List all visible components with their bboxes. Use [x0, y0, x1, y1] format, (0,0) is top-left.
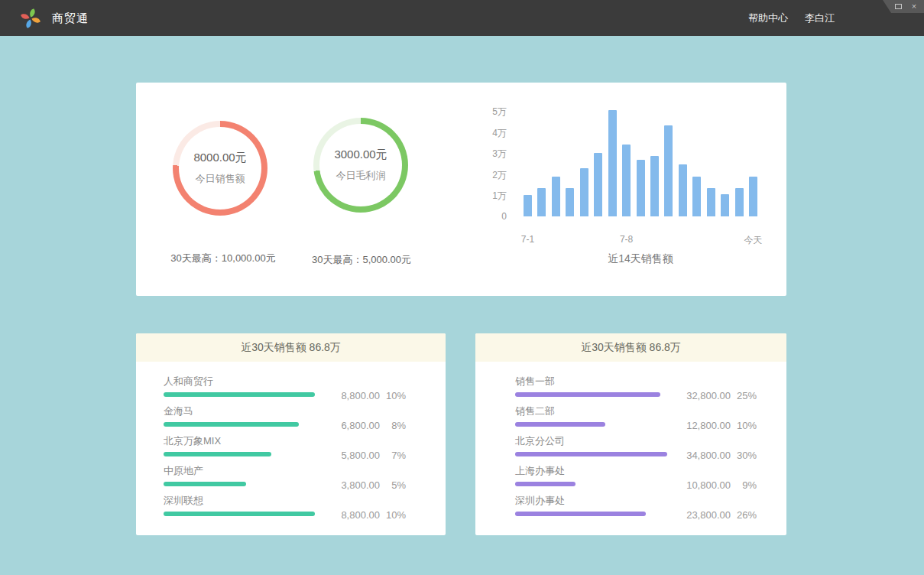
today-profit-donut-chart: 3000.00元 今日毛利润	[313, 118, 408, 213]
x-tick-label: 今天	[744, 234, 762, 247]
bar	[622, 145, 631, 216]
bar	[707, 188, 715, 216]
bar	[721, 194, 729, 216]
bar	[524, 195, 532, 216]
rank-item-name: 中原地产	[164, 466, 446, 476]
y-axis-labels: 5万4万3万2万1万0	[476, 106, 507, 228]
rank-item-percent: 10%	[380, 509, 406, 521]
rank-item-amount: 12,800.00	[680, 420, 731, 431]
bar	[679, 164, 687, 216]
rank-item-percent: 10%	[380, 390, 406, 401]
x-axis-labels: 7-17-8今天	[524, 234, 757, 246]
rank-item-bar	[515, 512, 646, 516]
rank-item-values: 8,800.00 10%	[329, 390, 406, 401]
rank-item-percent: 9%	[731, 479, 757, 491]
rank-item-bar	[515, 422, 605, 427]
maximize-icon	[895, 4, 902, 9]
bar	[749, 177, 757, 216]
rank-item-bar	[515, 452, 667, 456]
customer-rank-card: 近30天销售额 86.8万 人和商贸行 8,800.00 10% 金海马 6,8…	[136, 333, 446, 535]
rank-row: 北京分公司 34,800.00 30%	[515, 436, 786, 466]
rank-item-amount: 5,800.00	[329, 450, 380, 461]
rank-item-values: 12,800.00 10%	[680, 420, 757, 431]
rank-item-values: 23,800.00 26%	[680, 509, 757, 521]
today-profit-donut-center: 3000.00元 今日毛利润	[319, 124, 402, 206]
rank-item-values: 8,800.00 10%	[329, 509, 406, 521]
rank-item-bar	[515, 392, 660, 397]
rank-item-values: 5,800.00 7%	[329, 450, 406, 461]
rank-item-percent: 25%	[731, 390, 757, 401]
rank-item-name: 北京分公司	[515, 436, 786, 447]
window-controls: ×	[877, 0, 924, 13]
rank-item-name: 北京万象MIX	[164, 436, 446, 447]
customer-rank-list: 人和商贸行 8,800.00 10% 金海马 6,800.00 8% 北京万象M…	[136, 362, 446, 525]
rank-item-name: 销售二部	[515, 406, 786, 417]
rank-row: 销售二部 12,800.00 10%	[515, 406, 786, 436]
overview-card: 8000.00元 今日销售额 30天最高：10,000.00元 3000.00元…	[136, 83, 786, 296]
bar	[650, 156, 659, 216]
app-title: 商贸通	[52, 0, 89, 36]
y-tick-label: 5万	[476, 106, 507, 119]
bar-chart-title: 近14天销售额	[524, 252, 757, 266]
today-sales-donut-center: 8000.00元 今日销售额	[179, 127, 261, 210]
rank-item-name: 深圳联想	[164, 495, 446, 506]
close-button[interactable]: ×	[909, 2, 919, 11]
rank-item-values: 10,800.00 9%	[680, 479, 757, 491]
rank-item-bar	[164, 512, 315, 516]
rank-item-name: 金海马	[164, 406, 446, 417]
dept-rank-list: 销售一部 32,800.00 25% 销售二部 12,800.00 10% 北京…	[475, 362, 786, 525]
dept-rank-card: 近30天销售额 86.8万 销售一部 32,800.00 25% 销售二部 12…	[475, 333, 786, 535]
minimize-icon	[879, 6, 886, 7]
rank-item-percent: 10%	[731, 420, 757, 431]
bar	[692, 177, 701, 216]
rank-item-bar	[515, 482, 575, 486]
rank-item-bar	[164, 482, 246, 486]
rank-row: 人和商贸行 8,800.00 10%	[164, 376, 446, 406]
rank-row: 深圳办事处 23,800.00 26%	[515, 495, 786, 525]
y-tick-label: 3万	[476, 148, 507, 161]
rank-item-name: 人和商贸行	[164, 376, 446, 387]
rank-item-amount: 8,800.00	[329, 390, 380, 401]
dept-rank-title: 近30天销售额 86.8万	[475, 333, 786, 362]
rank-row: 北京万象MIX 5,800.00 7%	[164, 436, 446, 466]
rank-item-amount: 10,800.00	[680, 479, 731, 491]
title-bar: 商贸通 帮助中心 李白江 ×	[0, 0, 924, 36]
rank-item-percent: 8%	[380, 420, 406, 431]
y-tick-label: 4万	[476, 127, 507, 140]
rank-item-bar	[164, 422, 299, 427]
rank-item-values: 32,800.00 25%	[680, 390, 757, 401]
today-profit-label: 今日毛利润	[336, 169, 386, 183]
rank-item-amount: 23,800.00	[680, 509, 731, 521]
sales-bar-chart-bars	[524, 111, 757, 216]
bar	[735, 188, 744, 216]
rank-item-percent: 5%	[380, 479, 406, 491]
y-tick-label: 1万	[476, 190, 507, 203]
help-center-link[interactable]: 帮助中心	[748, 11, 788, 25]
rank-item-amount: 8,800.00	[329, 509, 380, 521]
rank-row: 深圳联想 8,800.00 10%	[164, 495, 446, 525]
rank-item-amount: 6,800.00	[329, 420, 380, 431]
rank-item-name: 上海办事处	[515, 466, 786, 476]
maximize-button[interactable]	[893, 2, 903, 11]
rank-item-values: 34,800.00 30%	[680, 450, 757, 461]
today-sales-donut-chart: 8000.00元 今日销售额	[173, 121, 267, 216]
rank-item-amount: 3,800.00	[329, 479, 380, 491]
bar	[608, 110, 617, 216]
minimize-button[interactable]	[877, 2, 887, 11]
today-profit-value: 3000.00元	[334, 148, 387, 162]
bar	[637, 160, 645, 217]
bar	[580, 168, 588, 217]
rank-item-name: 销售一部	[515, 376, 786, 387]
rank-row: 销售一部 32,800.00 25%	[515, 376, 786, 406]
rank-item-percent: 7%	[380, 450, 406, 461]
customer-rank-title: 近30天销售额 86.8万	[136, 333, 446, 362]
app-logo-pinwheel-icon	[19, 7, 42, 30]
rank-item-bar	[164, 392, 315, 397]
top-navigation: 帮助中心 李白江	[748, 0, 835, 36]
rank-item-percent: 30%	[731, 450, 757, 461]
bar	[594, 153, 602, 216]
rank-item-name: 深圳办事处	[515, 495, 786, 506]
rank-item-values: 3,800.00 5%	[329, 479, 406, 491]
user-name-menu[interactable]: 李白江	[805, 11, 835, 25]
y-tick-label: 0	[476, 211, 507, 222]
